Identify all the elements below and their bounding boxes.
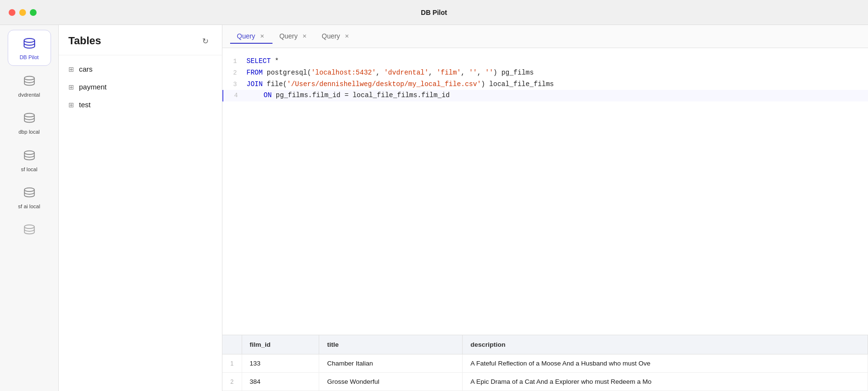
tab-label-2: Query (279, 32, 298, 40)
sidebar-item-dvdrental[interactable]: dvdrental (8, 68, 51, 103)
code-line-1: 1 SELECT * (222, 56, 868, 67)
main-layout: DB Pilot dvdrental dbp local (0, 25, 868, 391)
tables-title: Tables (68, 35, 101, 47)
code-editor[interactable]: 1 SELECT * 2 FROM postgresql('localhost:… (222, 48, 868, 335)
sidebar-label-dvdrental: dvdrental (18, 92, 40, 98)
row-film_id-2: 384 (242, 373, 319, 391)
sidebar-label-dbp-local: dbp local (18, 129, 39, 135)
svg-point-5 (24, 225, 34, 229)
svg-point-1 (24, 76, 34, 80)
line-content-1: SELECT * (246, 56, 868, 67)
table-row[interactable]: 1 133 Chamber Italian A Fateful Reflecti… (222, 354, 868, 373)
results-col-rownum (222, 335, 242, 354)
sidebar-item-dbpilot[interactable]: DB Pilot (8, 30, 51, 66)
row-description-2: A Epic Drama of a Cat And a Explorer who… (463, 373, 868, 391)
row-description-1: A Fateful Reflection of a Moose And a Hu… (463, 354, 868, 373)
code-line-2: 2 FROM postgresql('localhost:5432', 'dvd… (222, 67, 868, 79)
sf-local-icon (21, 147, 38, 164)
more-icon (21, 221, 38, 239)
tab-query-2[interactable]: Query ✕ (272, 29, 315, 44)
sidebar-label-dbpilot: DB Pilot (20, 54, 39, 61)
query-area: Query ✕ Query ✕ Query ✕ 1 SELECT * 2 FRO… (222, 25, 868, 391)
results-table: film_id title description 1 133 Chamber … (222, 335, 868, 391)
sf-ai-local-icon (21, 184, 38, 202)
row-film_id-1: 133 (242, 354, 319, 373)
sidebar: DB Pilot dvdrental dbp local (0, 25, 59, 391)
tab-close-2[interactable]: ✕ (300, 32, 308, 40)
sidebar-item-dbp-local[interactable]: dbp local (8, 105, 51, 140)
close-button[interactable] (9, 9, 15, 16)
svg-point-3 (24, 151, 34, 154)
line-content-3: JOIN file('/Users/dennishellweg/desktop/… (246, 79, 868, 90)
table-icon-test: ⊞ (68, 101, 74, 109)
line-content-2: FROM postgresql('localhost:5432', 'dvdre… (246, 67, 868, 79)
minimize-button[interactable] (19, 9, 26, 16)
table-item-payment[interactable]: ⊞ payment (59, 78, 222, 96)
results-col-film_id: film_id (242, 335, 319, 354)
row-num-1: 1 (222, 354, 242, 373)
sidebar-label-sf-local: sf local (21, 166, 37, 173)
line-content-4: ON pg_films.film_id = local_file_films.f… (247, 90, 868, 101)
sidebar-item-sf-local[interactable]: sf local (8, 142, 51, 177)
sidebar-label-sf-ai-local: sf ai local (18, 203, 40, 210)
svg-point-0 (24, 38, 35, 42)
sidebar-item-sf-ai-local[interactable]: sf ai local (8, 179, 51, 214)
titlebar: DB Pilot (0, 0, 868, 25)
row-title-1: Chamber Italian (319, 354, 463, 373)
results-header-row: film_id title description (222, 335, 868, 354)
table-list: ⊞ cars ⊞ payment ⊞ test (59, 55, 222, 118)
table-icon-payment: ⊞ (68, 83, 74, 91)
dbpilot-icon (21, 35, 38, 52)
app-title: DB Pilot (421, 9, 447, 16)
line-num-2: 2 (222, 68, 246, 78)
table-row[interactable]: 2 384 Grosse Wonderful A Epic Drama of a… (222, 373, 868, 391)
sidebar-item-more[interactable] (8, 216, 51, 245)
code-line-3: 3 JOIN file('/Users/dennishellweg/deskto… (222, 79, 868, 90)
svg-point-4 (24, 188, 34, 191)
tab-close-1[interactable]: ✕ (258, 32, 266, 40)
tabs-bar: Query ✕ Query ✕ Query ✕ (222, 25, 868, 48)
table-name-cars: cars (79, 65, 92, 73)
tables-header: Tables ↻ (59, 25, 222, 55)
results-col-title: title (319, 335, 463, 354)
table-item-cars[interactable]: ⊞ cars (59, 60, 222, 78)
tab-query-3[interactable]: Query ✕ (315, 29, 357, 44)
dbp-local-icon (21, 110, 38, 127)
refresh-button[interactable]: ↻ (198, 34, 212, 48)
tables-panel: Tables ↻ ⊞ cars ⊞ payment ⊞ test (59, 25, 222, 391)
line-num-3: 3 (222, 79, 246, 90)
line-num-4: 4 (223, 90, 247, 101)
table-icon-cars: ⊞ (68, 65, 74, 73)
code-line-4: 4 ON pg_films.film_id = local_file_films… (222, 90, 868, 101)
results-col-description: description (463, 335, 868, 354)
svg-point-2 (24, 114, 34, 117)
dvdrental-icon (21, 73, 38, 90)
tab-close-3[interactable]: ✕ (343, 32, 350, 40)
row-title-2: Grosse Wonderful (319, 373, 463, 391)
line-num-1: 1 (222, 56, 246, 67)
table-name-test: test (79, 101, 91, 109)
window-controls (9, 9, 37, 16)
table-item-test[interactable]: ⊞ test (59, 96, 222, 114)
tab-label-1: Query (237, 32, 255, 40)
tab-query-1[interactable]: Query ✕ (230, 29, 272, 44)
table-name-payment: payment (79, 83, 107, 91)
row-num-2: 2 (222, 373, 242, 391)
tab-label-3: Query (322, 32, 340, 40)
maximize-button[interactable] (30, 9, 37, 16)
results-data-table: film_id title description 1 133 Chamber … (222, 335, 868, 391)
